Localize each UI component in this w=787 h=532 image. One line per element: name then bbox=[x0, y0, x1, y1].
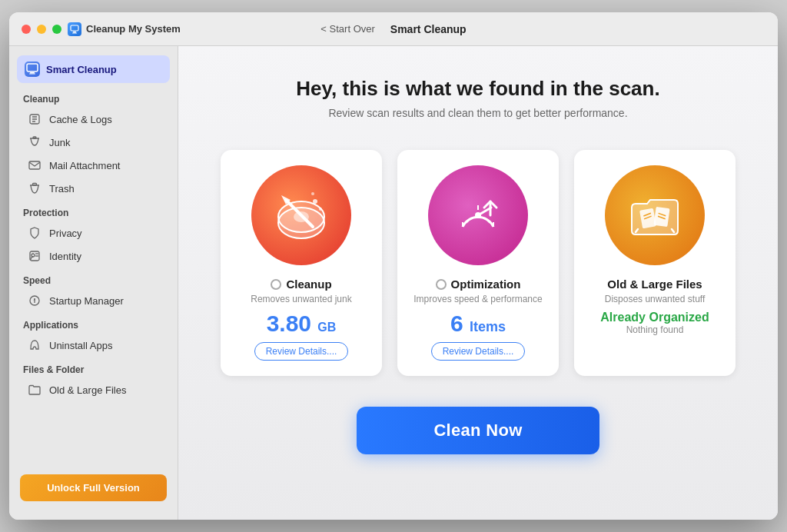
startup-manager-label: Startup Manager bbox=[49, 295, 124, 307]
old-large-files-label: Old & Large Files bbox=[49, 384, 126, 396]
sidebar-item-privacy[interactable]: Privacy bbox=[14, 221, 173, 244]
sidebar-item-junk[interactable]: Junk bbox=[14, 131, 173, 154]
close-button[interactable] bbox=[22, 25, 31, 34]
trash-label: Trash bbox=[49, 183, 75, 195]
svg-point-24 bbox=[313, 199, 317, 204]
identity-icon bbox=[28, 249, 42, 263]
svg-rect-36 bbox=[653, 207, 669, 227]
mail-attachment-label: Mail Attachment bbox=[49, 160, 121, 171]
optimization-card: Optimization Improves speed & performanc… bbox=[397, 150, 559, 376]
section-title-cleanup: Cleanup bbox=[9, 86, 178, 108]
folder-icon bbox=[28, 383, 42, 397]
cards-container: Cleanup Removes unwanted junk 3.80 GB Re… bbox=[190, 135, 766, 391]
content-header: Hey, this is what we found in the scan. … bbox=[281, 46, 675, 135]
uninstall-apps-label: Uninstall Apps bbox=[49, 340, 112, 351]
svg-rect-3 bbox=[27, 64, 38, 71]
section-title-speed: Speed bbox=[9, 268, 178, 289]
optimization-card-value: 6 Items bbox=[413, 311, 543, 336]
clean-now-container: Clean Now bbox=[357, 407, 599, 454]
app-name-label: Cleanup My System bbox=[86, 23, 181, 35]
cleanup-value-unit: GB bbox=[317, 321, 336, 334]
optimization-card-name: Optimization bbox=[451, 278, 521, 291]
optimization-review-button[interactable]: Review Details.... bbox=[431, 342, 526, 361]
app-window: Cleanup My System < Start Over Smart Cle… bbox=[9, 12, 778, 520]
svg-rect-11 bbox=[33, 137, 36, 138]
smart-cleanup-label: Smart Cleanup bbox=[46, 64, 117, 75]
app-title-bar: Cleanup My System bbox=[68, 22, 181, 36]
optimization-radio[interactable] bbox=[436, 279, 447, 290]
sidebar-item-startup-manager[interactable]: Startup Manager bbox=[14, 289, 173, 312]
files-organized-status: Already Organized bbox=[589, 311, 720, 324]
junk-label: Junk bbox=[49, 137, 70, 148]
svg-rect-4 bbox=[30, 72, 35, 74]
svg-rect-1 bbox=[73, 32, 76, 33]
sidebar: Smart Cleanup Cleanup Cache & Logs bbox=[9, 46, 178, 520]
files-icon-circle bbox=[605, 165, 705, 265]
svg-rect-2 bbox=[72, 32, 77, 33]
old-large-files-card: Old & Large Files Disposes unwanted stuf… bbox=[574, 150, 736, 376]
minimize-button[interactable] bbox=[37, 25, 46, 34]
cache-icon bbox=[28, 112, 42, 126]
section-title-files-folder: Files & Folder bbox=[9, 357, 178, 378]
files-svg-icon bbox=[624, 185, 686, 246]
content-area: Hey, this is what we found in the scan. … bbox=[178, 46, 778, 520]
content-title: Hey, this is what we found in the scan. bbox=[296, 77, 659, 101]
junk-icon bbox=[28, 135, 42, 149]
cleanup-card-name: Cleanup bbox=[286, 278, 331, 291]
files-radio-row: Old & Large Files bbox=[589, 278, 720, 291]
unlock-full-version-button[interactable]: Unlock Full Version bbox=[20, 474, 167, 501]
startup-icon bbox=[28, 294, 42, 308]
svg-point-26 bbox=[311, 192, 314, 195]
cleanup-icon-circle bbox=[251, 165, 351, 265]
optimization-icon-circle bbox=[428, 165, 528, 265]
section-title-applications: Applications bbox=[9, 312, 178, 334]
titlebar: Cleanup My System < Start Over Smart Cle… bbox=[9, 12, 778, 46]
content-subtitle: Review scan results and clean them to ge… bbox=[296, 107, 659, 119]
trash-icon bbox=[28, 181, 42, 195]
optimization-card-desc: Improves speed & performance bbox=[413, 294, 543, 304]
svg-rect-14 bbox=[33, 184, 37, 186]
uninstall-icon bbox=[28, 338, 42, 352]
cleanup-card-desc: Removes unwanted junk bbox=[236, 294, 367, 304]
sidebar-item-identity[interactable]: Identity bbox=[14, 244, 173, 268]
cleanup-value-number: 3.80 bbox=[267, 311, 311, 336]
sidebar-item-cache-logs[interactable]: Cache & Logs bbox=[14, 108, 173, 131]
optimization-radio-row: Optimization bbox=[413, 278, 543, 291]
traffic-lights bbox=[22, 25, 61, 34]
svg-point-25 bbox=[319, 208, 322, 211]
files-card-desc: Disposes unwanted stuff bbox=[589, 294, 720, 304]
cleanup-card: Cleanup Removes unwanted junk 3.80 GB Re… bbox=[221, 150, 382, 376]
cleanup-review-button[interactable]: Review Details.... bbox=[254, 342, 349, 361]
sidebar-item-smart-cleanup[interactable]: Smart Cleanup bbox=[17, 55, 170, 83]
svg-rect-12 bbox=[29, 161, 40, 169]
sidebar-item-uninstall-apps[interactable]: Uninstall Apps bbox=[14, 334, 173, 357]
svg-rect-5 bbox=[29, 74, 35, 75]
files-nothing-found: Nothing found bbox=[589, 324, 720, 335]
clean-now-button[interactable]: Clean Now bbox=[357, 407, 599, 454]
cleanup-card-value: 3.80 GB bbox=[236, 311, 367, 336]
sidebar-item-old-large-files[interactable]: Old & Large Files bbox=[14, 378, 173, 401]
section-title-protection: Protection bbox=[9, 200, 178, 221]
cleanup-svg-icon bbox=[271, 185, 332, 246]
svg-point-28 bbox=[475, 212, 481, 218]
monitor-icon bbox=[25, 62, 40, 77]
nav-controls: < Start Over Smart Cleanup bbox=[320, 23, 466, 35]
identity-label: Identity bbox=[49, 251, 81, 262]
optimization-value-unit: Items bbox=[470, 319, 506, 334]
cleanup-radio[interactable] bbox=[271, 279, 281, 290]
sidebar-item-mail-attachment[interactable]: Mail Attachment bbox=[14, 154, 173, 177]
optimization-svg-icon bbox=[447, 185, 509, 246]
svg-rect-0 bbox=[71, 25, 78, 31]
main-layout: Smart Cleanup Cleanup Cache & Logs bbox=[9, 46, 778, 520]
maximize-button[interactable] bbox=[52, 25, 61, 34]
privacy-icon bbox=[28, 226, 42, 240]
sidebar-item-trash[interactable]: Trash bbox=[14, 177, 173, 200]
nav-title-label: Smart Cleanup bbox=[390, 23, 467, 35]
nav-back-button[interactable]: < Start Over bbox=[320, 23, 374, 35]
cleanup-radio-row: Cleanup bbox=[236, 278, 367, 291]
mail-icon bbox=[28, 158, 42, 172]
privacy-label: Privacy bbox=[49, 228, 82, 239]
app-icon bbox=[68, 22, 81, 36]
cache-logs-label: Cache & Logs bbox=[49, 114, 112, 125]
optimization-value-number: 6 bbox=[450, 311, 463, 336]
